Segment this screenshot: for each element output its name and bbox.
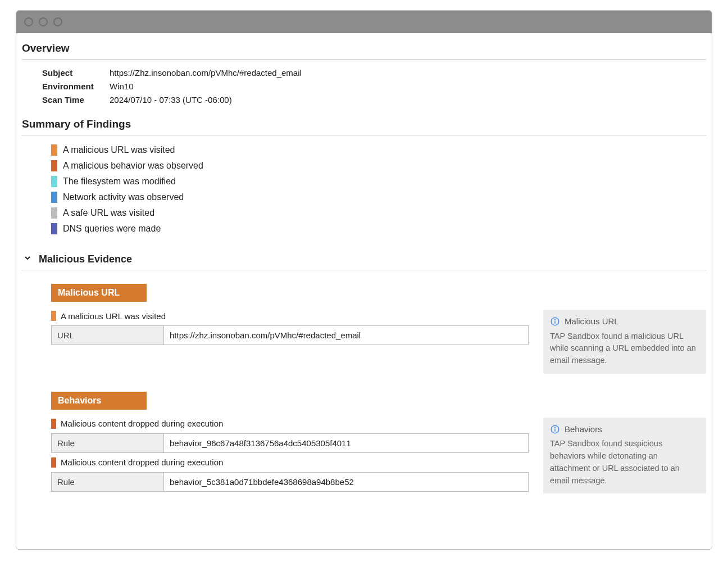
info-icon: [550, 424, 560, 434]
subject-value: https://Zhz.insonoban.com/pVMhc/#redacte…: [110, 66, 302, 80]
detail-value: behavior_5c381a0d71bbdefe4368698a94b8be5…: [164, 472, 529, 491]
detail-key: Rule: [52, 433, 164, 452]
chevron-down-icon: [23, 253, 32, 265]
overview-kv: Subject https://Zhz.insonoban.com/pVMhc/…: [22, 66, 706, 107]
divider: [22, 135, 706, 135]
window-control-zoom[interactable]: [53, 17, 62, 26]
finding-item: DNS queries were made: [51, 221, 706, 237]
evidence-group-behaviors: Behaviors Malicious content dropped duri…: [51, 392, 706, 496]
severity-swatch: [51, 223, 57, 234]
finding-item: The filesystem was modified: [51, 174, 706, 189]
report-content: Overview Subject https://Zhz.insonoban.c…: [16, 33, 712, 549]
finding-text: The filesystem was modified: [63, 174, 176, 189]
divider: [22, 270, 706, 270]
finding-item: Network activity was observed: [51, 189, 706, 205]
detail-value: https://zhz.insonoban.com/pVMhc/#redacte…: [164, 326, 529, 345]
divider: [22, 59, 706, 60]
infobox-title: Malicious URL: [565, 315, 619, 328]
window-control-minimize[interactable]: [39, 17, 48, 26]
detail-key: URL: [52, 326, 164, 345]
finding-text: DNS queries were made: [63, 221, 161, 237]
table-row: Rule behavior_5c381a0d71bbdefe4368698a94…: [52, 472, 529, 491]
finding-text: A malicious behavior was observed: [63, 158, 203, 174]
category-badge: Malicious URL: [51, 284, 147, 302]
finding-item: A safe URL was visited: [51, 205, 706, 221]
infobox-behaviors: Behaviors TAP Sandbox found suspicious b…: [543, 418, 706, 494]
table-row: URL https://zhz.insonoban.com/pVMhc/#red…: [52, 326, 529, 345]
event-line: Malicious content dropped during executi…: [51, 419, 529, 429]
infobox-malicious-url: Malicious URL TAP Sandbox found a malici…: [543, 310, 706, 374]
summary-heading: Summary of Findings: [22, 115, 706, 134]
finding-text: A safe URL was visited: [63, 205, 154, 221]
severity-swatch: [51, 419, 56, 429]
scantime-value: 2024/07/10 - 07:33 (UTC -06:00): [110, 93, 232, 107]
severity-swatch: [51, 160, 57, 171]
info-icon: [550, 316, 560, 327]
severity-swatch: [51, 176, 57, 187]
finding-item: A malicious URL was visited: [51, 142, 706, 158]
report-window: Overview Subject https://Zhz.insonoban.c…: [16, 10, 712, 550]
event-text: Malicious content dropped during executi…: [61, 419, 223, 428]
scantime-label: Scan Time: [42, 93, 104, 107]
detail-table: URL https://zhz.insonoban.com/pVMhc/#red…: [51, 325, 529, 345]
event-text: A malicious URL was visited: [61, 311, 166, 321]
overview-heading: Overview: [22, 39, 706, 58]
event-line: Malicious content dropped during executi…: [51, 457, 529, 468]
detail-value: behavior_96c67a48f3136756a4dc5405305f401…: [164, 433, 529, 452]
evidence-group-malicious-url: Malicious URL A malicious URL was visite…: [51, 284, 706, 374]
finding-text: A malicious URL was visited: [63, 142, 175, 158]
infobox-body: TAP Sandbox found suspicious behaviors w…: [550, 438, 699, 487]
overview-subject-row: Subject https://Zhz.insonoban.com/pVMhc/…: [42, 66, 706, 80]
svg-point-2: [555, 319, 556, 320]
severity-swatch: [51, 457, 56, 468]
severity-swatch: [51, 207, 57, 219]
detail-key: Rule: [52, 472, 164, 491]
infobox-header: Malicious URL: [550, 315, 699, 328]
infobox-title: Behaviors: [565, 423, 602, 436]
detail-table: Rule behavior_5c381a0d71bbdefe4368698a94…: [51, 472, 529, 492]
finding-item: A malicious behavior was observed: [51, 158, 706, 174]
severity-swatch: [51, 311, 56, 321]
window-titlebar: [16, 11, 712, 33]
severity-swatch: [51, 144, 57, 156]
evidence-main: Behaviors Malicious content dropped duri…: [51, 392, 529, 496]
environment-value: Win10: [110, 80, 134, 93]
finding-text: Network activity was observed: [63, 189, 184, 205]
findings-list: A malicious URL was visited A malicious …: [22, 142, 706, 237]
event-line: A malicious URL was visited: [51, 311, 529, 321]
table-row: Rule behavior_96c67a48f3136756a4dc540530…: [52, 433, 529, 452]
overview-environment-row: Environment Win10: [42, 80, 706, 93]
category-badge: Behaviors: [51, 392, 147, 410]
environment-label: Environment: [42, 80, 104, 93]
infobox-body: TAP Sandbox found a malicious URL while …: [550, 330, 699, 367]
detail-table: Rule behavior_96c67a48f3136756a4dc540530…: [51, 433, 529, 453]
window-control-close[interactable]: [24, 17, 33, 26]
subject-label: Subject: [42, 66, 104, 80]
severity-swatch: [51, 192, 57, 203]
event-text: Malicious content dropped during executi…: [61, 457, 223, 467]
evidence-body: Malicious URL A malicious URL was visite…: [22, 277, 706, 496]
evidence-heading: Malicious Evidence: [39, 253, 132, 265]
infobox-header: Behaviors: [550, 423, 699, 436]
evidence-main: Malicious URL A malicious URL was visite…: [51, 284, 529, 350]
overview-scantime-row: Scan Time 2024/07/10 - 07:33 (UTC -06:00…: [42, 93, 706, 107]
svg-point-5: [555, 427, 556, 428]
malicious-evidence-toggle[interactable]: Malicious Evidence: [22, 251, 706, 269]
